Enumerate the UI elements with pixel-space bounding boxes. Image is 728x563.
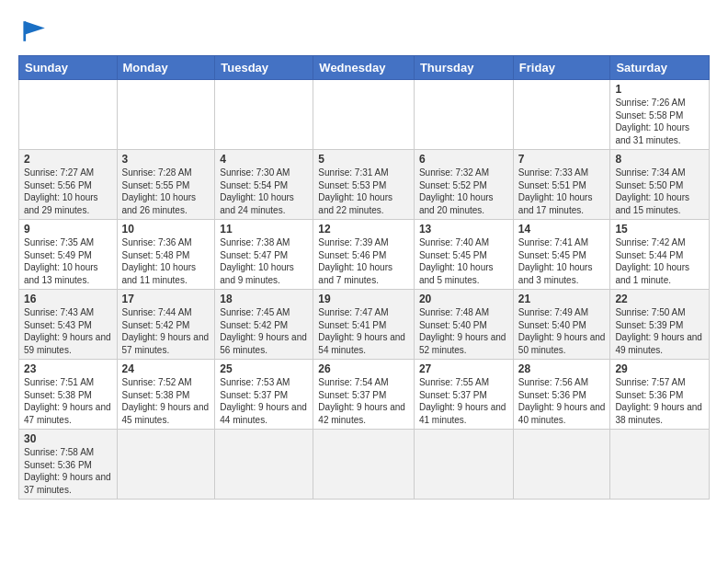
calendar-cell: 5Sunrise: 7:31 AM Sunset: 5:53 PM Daylig…	[313, 150, 415, 220]
day-info: Sunrise: 7:35 AM Sunset: 5:49 PM Dayligh…	[24, 236, 112, 286]
svg-rect-2	[23, 21, 26, 41]
calendar-cell: 22Sunrise: 7:50 AM Sunset: 5:39 PM Dayli…	[610, 290, 710, 360]
day-info: Sunrise: 7:43 AM Sunset: 5:43 PM Dayligh…	[24, 306, 112, 356]
day-number: 2	[24, 153, 112, 166]
calendar-cell: 21Sunrise: 7:49 AM Sunset: 5:40 PM Dayli…	[513, 290, 610, 360]
day-info: Sunrise: 7:30 AM Sunset: 5:54 PM Dayligh…	[220, 167, 308, 216]
day-info: Sunrise: 7:27 AM Sunset: 5:56 PM Dayligh…	[24, 167, 112, 216]
calendar-cell	[610, 430, 710, 500]
calendar-cell: 1Sunrise: 7:26 AM Sunset: 5:58 PM Daylig…	[610, 80, 710, 150]
day-info: Sunrise: 7:38 AM Sunset: 5:47 PM Dayligh…	[220, 236, 308, 286]
day-info: Sunrise: 7:31 AM Sunset: 5:53 PM Dayligh…	[318, 167, 409, 216]
calendar-cell: 28Sunrise: 7:56 AM Sunset: 5:36 PM Dayli…	[513, 360, 610, 430]
calendar-cell: 8Sunrise: 7:34 AM Sunset: 5:50 PM Daylig…	[610, 150, 710, 220]
day-number: 12	[318, 223, 409, 236]
day-number: 30	[24, 432, 112, 445]
header-friday: Friday	[513, 56, 610, 80]
logo	[18, 15, 55, 48]
day-info: Sunrise: 7:56 AM Sunset: 5:36 PM Dayligh…	[518, 376, 606, 426]
calendar-cell: 14Sunrise: 7:41 AM Sunset: 5:45 PM Dayli…	[513, 220, 610, 290]
day-number: 5	[318, 153, 409, 166]
day-info: Sunrise: 7:49 AM Sunset: 5:40 PM Dayligh…	[518, 306, 606, 356]
calendar-cell: 13Sunrise: 7:40 AM Sunset: 5:45 PM Dayli…	[414, 220, 513, 290]
day-number: 22	[615, 293, 704, 305]
calendar-cell: 9Sunrise: 7:35 AM Sunset: 5:49 PM Daylig…	[19, 220, 118, 290]
day-number: 6	[419, 153, 508, 166]
logo-icon	[18, 15, 51, 48]
calendar-cell	[215, 430, 313, 500]
day-info: Sunrise: 7:50 AM Sunset: 5:39 PM Dayligh…	[615, 306, 704, 356]
calendar-cell	[19, 80, 118, 150]
day-info: Sunrise: 7:51 AM Sunset: 5:38 PM Dayligh…	[24, 376, 112, 426]
day-number: 27	[419, 362, 508, 375]
calendar-cell	[414, 80, 513, 150]
calendar-cell: 17Sunrise: 7:44 AM Sunset: 5:42 PM Dayli…	[117, 290, 215, 360]
calendar-cell: 20Sunrise: 7:48 AM Sunset: 5:40 PM Dayli…	[414, 290, 513, 360]
day-info: Sunrise: 7:52 AM Sunset: 5:38 PM Dayligh…	[122, 376, 210, 426]
calendar-cell	[215, 80, 313, 150]
calendar-week-row: 1Sunrise: 7:26 AM Sunset: 5:58 PM Daylig…	[19, 80, 710, 150]
day-number: 10	[122, 223, 210, 236]
calendar-cell: 16Sunrise: 7:43 AM Sunset: 5:43 PM Dayli…	[19, 290, 118, 360]
day-info: Sunrise: 7:34 AM Sunset: 5:50 PM Dayligh…	[615, 167, 704, 216]
day-info: Sunrise: 7:57 AM Sunset: 5:36 PM Dayligh…	[615, 376, 704, 426]
day-number: 7	[518, 153, 606, 166]
day-number: 23	[24, 362, 112, 375]
day-number: 18	[220, 293, 308, 305]
day-number: 4	[220, 153, 308, 166]
header-saturday: Saturday	[610, 56, 710, 80]
day-info: Sunrise: 7:53 AM Sunset: 5:37 PM Dayligh…	[220, 376, 308, 426]
calendar-cell: 15Sunrise: 7:42 AM Sunset: 5:44 PM Dayli…	[610, 220, 710, 290]
calendar-table: Sunday Monday Tuesday Wednesday Thursday…	[18, 55, 710, 500]
day-info: Sunrise: 7:28 AM Sunset: 5:55 PM Dayligh…	[122, 167, 210, 216]
calendar-cell: 2Sunrise: 7:27 AM Sunset: 5:56 PM Daylig…	[19, 150, 118, 220]
day-info: Sunrise: 7:40 AM Sunset: 5:45 PM Dayligh…	[419, 236, 508, 286]
calendar-cell: 11Sunrise: 7:38 AM Sunset: 5:47 PM Dayli…	[215, 220, 313, 290]
calendar-cell: 25Sunrise: 7:53 AM Sunset: 5:37 PM Dayli…	[215, 360, 313, 430]
header-thursday: Thursday	[414, 56, 513, 80]
calendar-cell: 7Sunrise: 7:33 AM Sunset: 5:51 PM Daylig…	[513, 150, 610, 220]
calendar-week-row: 16Sunrise: 7:43 AM Sunset: 5:43 PM Dayli…	[19, 290, 710, 360]
calendar-cell: 29Sunrise: 7:57 AM Sunset: 5:36 PM Dayli…	[610, 360, 710, 430]
day-info: Sunrise: 7:42 AM Sunset: 5:44 PM Dayligh…	[615, 236, 704, 286]
weekday-header-row: Sunday Monday Tuesday Wednesday Thursday…	[19, 56, 710, 80]
day-info: Sunrise: 7:44 AM Sunset: 5:42 PM Dayligh…	[122, 306, 210, 356]
calendar-cell: 6Sunrise: 7:32 AM Sunset: 5:52 PM Daylig…	[414, 150, 513, 220]
calendar-cell	[313, 430, 415, 500]
page: Sunday Monday Tuesday Wednesday Thursday…	[0, 0, 728, 509]
calendar-cell: 26Sunrise: 7:54 AM Sunset: 5:37 PM Dayli…	[313, 360, 415, 430]
day-number: 21	[518, 293, 606, 305]
day-info: Sunrise: 7:58 AM Sunset: 5:36 PM Dayligh…	[24, 446, 112, 496]
calendar-cell	[414, 430, 513, 500]
day-info: Sunrise: 7:45 AM Sunset: 5:42 PM Dayligh…	[220, 306, 308, 356]
day-number: 24	[122, 362, 210, 375]
day-number: 1	[615, 83, 704, 96]
calendar-cell	[513, 80, 610, 150]
calendar-cell: 27Sunrise: 7:55 AM Sunset: 5:37 PM Dayli…	[414, 360, 513, 430]
day-info: Sunrise: 7:41 AM Sunset: 5:45 PM Dayligh…	[518, 236, 606, 286]
header-sunday: Sunday	[19, 56, 118, 80]
day-number: 8	[615, 153, 704, 166]
calendar-cell: 24Sunrise: 7:52 AM Sunset: 5:38 PM Dayli…	[117, 360, 215, 430]
day-info: Sunrise: 7:33 AM Sunset: 5:51 PM Dayligh…	[518, 167, 606, 216]
calendar-cell: 18Sunrise: 7:45 AM Sunset: 5:42 PM Dayli…	[215, 290, 313, 360]
header-tuesday: Tuesday	[215, 56, 313, 80]
day-number: 29	[615, 362, 704, 375]
calendar-cell: 4Sunrise: 7:30 AM Sunset: 5:54 PM Daylig…	[215, 150, 313, 220]
calendar-week-row: 2Sunrise: 7:27 AM Sunset: 5:56 PM Daylig…	[19, 150, 710, 220]
day-number: 20	[419, 293, 508, 305]
calendar-cell	[313, 80, 415, 150]
calendar-cell	[117, 80, 215, 150]
day-number: 28	[518, 362, 606, 375]
day-number: 13	[419, 223, 508, 236]
calendar-cell: 23Sunrise: 7:51 AM Sunset: 5:38 PM Dayli…	[19, 360, 118, 430]
day-number: 25	[220, 362, 308, 375]
day-number: 16	[24, 293, 112, 305]
day-number: 15	[615, 223, 704, 236]
calendar-cell	[117, 430, 215, 500]
calendar-cell: 3Sunrise: 7:28 AM Sunset: 5:55 PM Daylig…	[117, 150, 215, 220]
calendar-week-row: 23Sunrise: 7:51 AM Sunset: 5:38 PM Dayli…	[19, 360, 710, 430]
calendar-week-row: 9Sunrise: 7:35 AM Sunset: 5:49 PM Daylig…	[19, 220, 710, 290]
day-number: 3	[122, 153, 210, 166]
day-info: Sunrise: 7:39 AM Sunset: 5:46 PM Dayligh…	[318, 236, 409, 286]
